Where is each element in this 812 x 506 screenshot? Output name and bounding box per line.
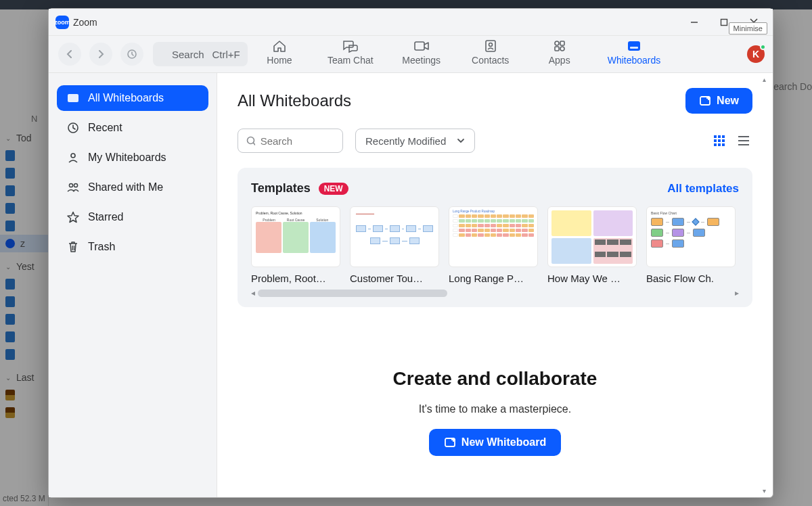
bg-section-today: ⌄Tod [0,129,48,147]
svg-rect-31 [722,135,725,138]
bg-section-lastweek: ⌄Last [0,369,48,386]
star-icon [66,211,80,223]
list-view-button[interactable] [738,135,752,147]
person-icon [66,152,80,164]
scroll-left-icon[interactable]: ◂ [251,288,255,298]
titlebar: zoom Zoom [49,9,773,36]
new-plus-icon [444,436,456,448]
window-title: Zoom [73,17,97,28]
page-title: All Whiteboards [238,91,351,110]
bg-footer: cted 52.3 M [3,494,45,503]
minimize-tooltip: Minimise [729,22,767,34]
chevron-down-icon [457,137,465,145]
search-icon [246,136,255,146]
global-search-label: Search [172,49,204,60]
svg-line-28 [254,143,255,145]
svg-rect-16 [68,94,78,102]
svg-marker-21 [68,212,78,223]
tab-whiteboards[interactable]: Whiteboards [608,36,661,66]
zoom-logo-icon: zoom [55,16,69,29]
contacts-icon [484,39,497,53]
svg-rect-15 [630,47,638,49]
bg-section-yesterday: ⌄Yest [0,258,48,275]
svg-rect-29 [714,135,717,138]
sidebar-item-all-whiteboards[interactable]: All Whiteboards [57,85,208,111]
tab-contacts[interactable]: Contacts [470,36,512,66]
nav-forward-button[interactable] [89,43,112,66]
content-scrollbar[interactable]: ▴ ▾ [763,76,771,495]
scroll-down-icon[interactable]: ▾ [763,487,771,495]
clock-icon [66,122,80,134]
svg-point-13 [560,47,564,51]
templates-heading: Templates [251,181,311,196]
new-button[interactable]: New [685,88,752,114]
svg-rect-32 [714,139,717,142]
zoom-window: zoom Zoom Minimise Search Ctrl+F [48,8,773,498]
templates-new-badge: NEW [319,183,348,195]
chevron-right-icon [97,50,105,58]
grid-icon [713,135,725,147]
grid-view-button[interactable] [713,135,728,147]
minimize-button[interactable] [679,12,709,33]
template-card[interactable]: How May We … [547,206,637,284]
tab-team-chat[interactable]: Team Chat [328,36,374,66]
svg-point-10 [555,41,559,45]
tab-home[interactable]: Home [258,36,300,66]
template-card[interactable]: ━━━━━━━━━ Customer Tou… [350,206,439,284]
new-whiteboard-button[interactable]: New Whiteboard [429,429,561,456]
main-toolbar: Search Ctrl+F Home Team Chat Meetings Co… [49,36,773,73]
svg-point-20 [74,183,77,187]
view-toggles [713,135,752,147]
sidebar-item-starred[interactable]: Starred [57,204,208,230]
templates-row: Problem, Root Cause, Solution ProblemRoo… [251,206,739,284]
global-search-shortcut: Ctrl+F [212,49,240,60]
global-search[interactable]: Search Ctrl+F [153,42,248,66]
svg-point-19 [69,183,72,187]
template-caption: How May We … [547,273,637,284]
bg-zoom-filename: z [20,238,25,249]
svg-rect-12 [555,47,559,51]
template-card[interactable]: Basic Flow Chart ——— —— — Basic Flow [646,206,736,284]
template-caption: Long Range P… [449,273,538,284]
presence-indicator [760,44,766,50]
history-button[interactable] [120,43,143,66]
list-icon [738,135,750,147]
whiteboard-search-input[interactable] [261,135,334,147]
scroll-right-icon[interactable]: ▸ [735,288,739,298]
tab-meetings[interactable]: Meetings [401,36,443,66]
nav-back-button[interactable] [58,43,81,66]
whiteboard-search[interactable] [238,129,343,153]
new-plus-icon [699,95,711,107]
empty-subtext: It's time to make a masterpiece. [419,403,571,415]
svg-rect-7 [415,42,424,50]
all-templates-link[interactable]: All templates [667,182,739,196]
video-icon [413,39,430,53]
svg-rect-30 [718,135,721,138]
nav-tabs: Home Team Chat Meetings Contacts Apps Wh… [258,36,692,72]
svg-rect-37 [722,143,725,146]
bg-column-name: N [0,114,48,124]
templates-scrollbar[interactable]: ◂ ▸ [251,288,739,298]
templates-card: Templates NEW All templates Problem, Roo… [238,168,752,307]
maximize-icon [719,18,729,27]
template-card[interactable]: Long Range Product Roadmap Long Range P… [449,206,538,284]
chat-icon [342,39,359,53]
bg-search-hint: Search Do [767,81,812,92]
sidebar: All Whiteboards Recent My Whiteboards Sh… [49,73,217,497]
template-card[interactable]: Problem, Root Cause, Solution ProblemRoo… [251,206,340,284]
tab-apps[interactable]: Apps [539,36,581,66]
main-content: All Whiteboards New Recently Modified [217,73,773,497]
svg-rect-14 [628,41,640,51]
template-caption: Problem, Root… [251,273,340,284]
whiteboard-icon [627,39,641,53]
sidebar-item-recent[interactable]: Recent [57,115,208,141]
svg-rect-36 [718,143,721,146]
scroll-up-icon[interactable]: ▴ [763,76,771,83]
empty-state: Create and collaborate It's time to make… [217,368,773,456]
sidebar-item-shared[interactable]: Shared with Me [57,175,208,200]
sidebar-item-my-whiteboards[interactable]: My Whiteboards [57,145,208,170]
sidebar-item-trash[interactable]: Trash [57,234,208,260]
sort-dropdown[interactable]: Recently Modified [355,129,475,153]
scroll-thumb[interactable] [258,290,447,297]
history-icon [127,49,137,60]
